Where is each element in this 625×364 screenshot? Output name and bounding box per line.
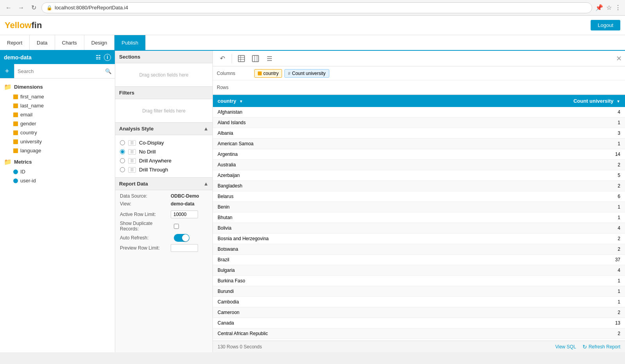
table-row: Albania 3 [213, 128, 625, 139]
folder-icon: 📁 [4, 83, 12, 91]
list-button[interactable] [263, 53, 276, 64]
pin-icon[interactable]: 📌 [595, 4, 603, 11]
chip-count-university[interactable]: # Count university [284, 69, 329, 78]
cell-country: Bolivia [213, 223, 426, 234]
folder-icon: 📁 [4, 158, 12, 166]
panel-actions: + 🔍 [0, 64, 115, 79]
back-button[interactable]: ← [4, 3, 13, 12]
tab-report[interactable]: Report [0, 35, 30, 50]
option-drill-anywhere[interactable]: ☷ Drill Anywhere [115, 156, 212, 165]
field-gender[interactable]: gender [0, 119, 115, 128]
table-row: Afghanistan 4 [213, 107, 625, 118]
refresh-report-button[interactable]: ↻ Refresh Report [582, 344, 620, 350]
cell-count: 2 [426, 160, 625, 170]
chip-count-label: Count university [292, 71, 325, 76]
info-icon[interactable]: i [104, 54, 111, 61]
star-icon[interactable]: ☆ [606, 4, 612, 11]
chip-country[interactable]: country [254, 69, 282, 78]
cell-count: 1 [426, 286, 625, 297]
row-limit-input[interactable] [171, 211, 198, 218]
table-view-button[interactable] [235, 53, 248, 64]
report-data-label: Report Data [119, 181, 148, 187]
report-data-collapse-button[interactable]: ▲ [204, 181, 209, 187]
table-row: Central African Republic 2 [213, 328, 625, 339]
search-input[interactable] [18, 68, 105, 74]
cell-count: 4 [426, 265, 625, 276]
field-last_name[interactable]: last_name [0, 101, 115, 110]
radio-co-display[interactable] [120, 140, 125, 145]
dim-icon [13, 121, 18, 126]
analysis-style-header: Analysis Style ▲ [115, 123, 212, 135]
cell-country: Bhutan [213, 212, 426, 223]
logout-button[interactable]: Logout [591, 20, 620, 30]
forward-button[interactable]: → [16, 3, 26, 12]
data-source-label: Data Source: [120, 193, 171, 199]
sort-arrow-country: ▼ [239, 99, 243, 103]
metric-icon [13, 178, 18, 183]
add-field-button[interactable]: + [0, 64, 14, 78]
cell-country: Cambodia [213, 297, 426, 307]
grid-view-icon[interactable]: ☷ [96, 54, 101, 61]
url-bar[interactable]: 🔒 localhost:8080/PreReportData.i4 [41, 2, 592, 13]
table-row: Burkina Faso 1 [213, 276, 625, 286]
close-button[interactable]: ✕ [616, 54, 622, 63]
right-panel: ↶ ✕ Columns country [213, 51, 625, 352]
tab-data[interactable]: Data [30, 35, 55, 50]
radio-drill-anywhere[interactable] [120, 158, 125, 163]
field-label: first_name [20, 94, 44, 100]
field-first_name[interactable]: first_name [0, 92, 115, 101]
data-table-container: country ▼ Count university ▼ Afghanistan… [213, 95, 625, 341]
preview-input[interactable] [171, 244, 198, 252]
option-no-drill[interactable]: ☷ No Drill [115, 147, 212, 156]
tab-charts[interactable]: Charts [55, 35, 84, 50]
radio-drill-through[interactable] [120, 167, 125, 172]
refresh-button[interactable]: ↻ [29, 3, 38, 12]
field-email[interactable]: email [0, 110, 115, 119]
field-language[interactable]: language [0, 146, 115, 155]
filters-drag-area: Drag filter fields here [115, 99, 212, 123]
field-ID[interactable]: ID [0, 167, 115, 176]
refresh-label: Refresh Report [589, 344, 620, 350]
menu-icon[interactable]: ⋮ [615, 4, 621, 11]
sort-arrow-count: ▼ [616, 99, 620, 103]
data-table: country ▼ Count university ▼ Afghanistan… [213, 95, 625, 341]
sections-drag-text: Drag section fields here [139, 72, 188, 78]
field-country[interactable]: country [0, 128, 115, 137]
dimensions-folder[interactable]: 📁 Dimensions [0, 82, 115, 92]
dim-icon [13, 130, 18, 135]
search-button[interactable]: 🔍 [105, 68, 112, 74]
auto-refresh-toggle[interactable] [174, 234, 189, 242]
left-panel: demo-data ☷ i + 🔍 📁 Dimensions first [0, 51, 115, 352]
tab-design[interactable]: Design [84, 35, 114, 50]
report-toolbar: ↶ ✕ [213, 51, 625, 66]
cell-count: 2 [426, 328, 625, 339]
cell-count: 1 [426, 297, 625, 307]
col-country[interactable]: country ▼ [213, 95, 426, 107]
field-university[interactable]: university [0, 137, 115, 146]
column-button[interactable] [249, 53, 262, 64]
cell-country: Argentina [213, 149, 426, 160]
view-row: View: demo-data [120, 201, 208, 207]
cell-count: 5 [426, 170, 625, 181]
option-drill-through[interactable]: ☷ Drill Through [115, 165, 212, 174]
field-user-id[interactable]: user-id [0, 176, 115, 185]
radio-no-drill[interactable] [120, 149, 125, 154]
cell-count: 6 [426, 191, 625, 202]
table-row: American Samoa 1 [213, 139, 625, 149]
dim-icon [13, 112, 18, 117]
analysis-collapse-button[interactable]: ▲ [204, 126, 209, 132]
field-label: gender [20, 121, 36, 127]
duplicate-checkbox[interactable] [174, 224, 179, 229]
dim-icon [13, 139, 18, 144]
undo-button[interactable]: ↶ [216, 53, 229, 64]
option-co-display[interactable]: ☷ Co-Display [115, 138, 212, 147]
cell-count: 1 [426, 118, 625, 128]
view-sql-link[interactable]: View SQL [555, 344, 576, 350]
cell-count: 1 [426, 276, 625, 286]
cell-country: Bosnia and Herzegovina [213, 234, 426, 244]
col-count[interactable]: Count university ▼ [426, 95, 625, 107]
tab-publish[interactable]: Publish [114, 35, 146, 50]
filters-label: Filters [119, 90, 134, 96]
cell-count: 4 [426, 107, 625, 118]
metrics-folder[interactable]: 📁 Metrics [0, 157, 115, 167]
